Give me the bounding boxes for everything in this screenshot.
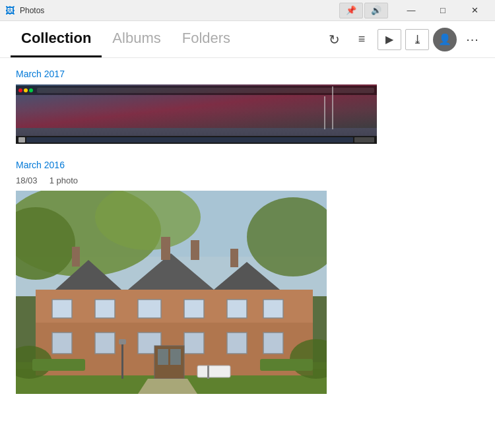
photo-count: 1 photo	[50, 176, 78, 185]
svg-rect-27	[184, 333, 204, 354]
svg-rect-22	[227, 300, 247, 318]
titlebar-btn-1[interactable]: 📌	[339, 3, 363, 18]
section-title-march-2017[interactable]: March 2017	[16, 69, 479, 79]
svg-rect-23	[263, 300, 283, 318]
svg-rect-21	[184, 300, 204, 318]
photo-grid-march-2017	[16, 84, 479, 144]
close-button[interactable]: ✕	[459, 0, 490, 21]
nav-actions: ↻ ≡ ▶ ⤓ 👤 ···	[322, 28, 484, 51]
window-controls: — □ ✕	[396, 0, 490, 21]
refresh-button[interactable]: ↻	[322, 28, 346, 51]
svg-rect-24	[52, 333, 72, 354]
screenshot-taskbar	[16, 136, 377, 144]
minimize-button[interactable]: —	[396, 0, 426, 21]
photo-date-row: 18/03 1 photo	[16, 176, 479, 185]
content-area: March 2017	[0, 58, 495, 448]
svg-rect-15	[161, 237, 170, 260]
svg-rect-14	[72, 247, 80, 267]
svg-rect-37	[207, 366, 209, 379]
select-button[interactable]: ≡	[350, 28, 374, 51]
account-button[interactable]: 👤	[433, 28, 457, 51]
tab-folders[interactable]: Folders	[172, 21, 241, 57]
app-title: Photos	[20, 6, 44, 15]
title-bar-icon-group: 📌 🔊	[339, 3, 388, 18]
svg-rect-40	[32, 359, 85, 371]
maximize-button[interactable]: □	[428, 0, 458, 21]
more-button[interactable]: ···	[461, 28, 484, 51]
photo-grid-march-2016	[16, 191, 479, 394]
svg-rect-17	[230, 249, 238, 267]
svg-rect-32	[170, 349, 181, 365]
svg-rect-34	[121, 342, 123, 379]
svg-rect-36	[197, 366, 230, 377]
slideshow-button[interactable]: ▶	[378, 29, 401, 50]
photo-count-spacer	[40, 176, 47, 185]
svg-rect-41	[260, 359, 313, 371]
tab-albums[interactable]: Albums	[102, 21, 171, 57]
nav-bar: Collection Albums Folders ↻ ≡ ▶ ⤓ 👤 ···	[0, 21, 495, 58]
tab-collection[interactable]: Collection	[11, 21, 102, 57]
svg-rect-29	[263, 333, 283, 354]
photo-thumb-screenshot[interactable]	[16, 84, 377, 144]
photo-date: 18/03	[16, 176, 38, 185]
svg-rect-31	[158, 349, 168, 365]
svg-rect-25	[95, 333, 115, 354]
svg-rect-16	[191, 240, 199, 260]
section-title-march-2016[interactable]: March 2016	[16, 160, 479, 170]
svg-rect-19	[95, 300, 115, 318]
section-march-2017: March 2017	[16, 69, 479, 144]
app-icon: 🖼	[5, 5, 15, 16]
section-march-2016: March 2016 18/03 1 photo	[16, 160, 479, 394]
svg-marker-33	[138, 379, 197, 394]
svg-rect-20	[138, 300, 161, 318]
svg-rect-35	[119, 339, 126, 344]
title-bar-left: 🖼 Photos	[5, 5, 44, 16]
house-svg	[16, 191, 327, 394]
svg-rect-18	[52, 300, 72, 318]
nav-tabs: Collection Albums Folders	[11, 21, 241, 57]
title-bar: 🖼 Photos 📌 🔊 — □ ✕	[0, 0, 495, 21]
photo-thumb-house[interactable]	[16, 191, 327, 394]
svg-rect-28	[227, 333, 247, 354]
import-button[interactable]: ⤓	[405, 29, 429, 50]
titlebar-btn-2[interactable]: 🔊	[364, 3, 388, 18]
